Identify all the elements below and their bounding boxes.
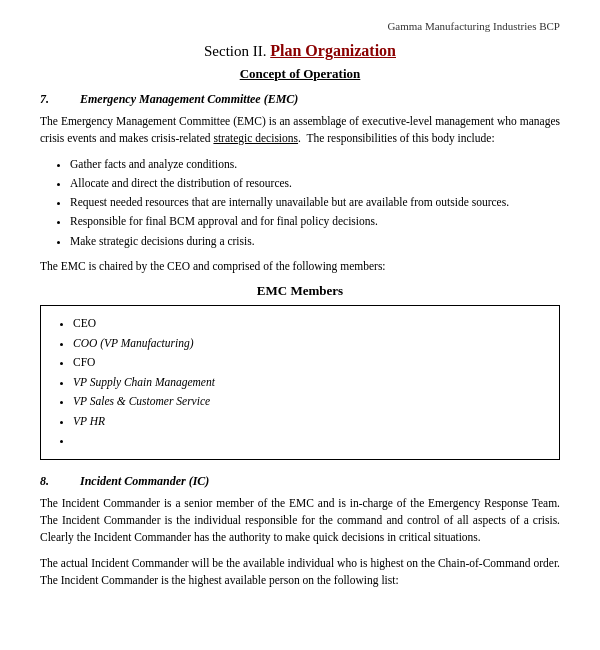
emc-bullet-list: Gather facts and analyze conditions. All… <box>70 156 560 250</box>
concept-title: Concept of Operation <box>40 66 560 82</box>
item8-number: 8. <box>40 474 60 489</box>
emc-chaired-text: The EMC is chaired by the CEO and compri… <box>40 258 560 275</box>
item7-number: 7. <box>40 92 60 107</box>
emc-bullet-1: Gather facts and analyze conditions. <box>70 156 560 173</box>
item7-heading: 7. Emergency Management Committee (EMC) <box>40 92 560 107</box>
emc-member-ceo: CEO <box>73 314 547 334</box>
emc-intro-text: The Emergency Management Committee (EMC)… <box>40 113 560 148</box>
emc-members-title: EMC Members <box>40 283 560 299</box>
item8-title: Incident Commander (IC) <box>80 474 209 489</box>
emc-bullet-3: Request needed resources that are intern… <box>70 194 560 211</box>
item7-title: Emergency Management Committee (EMC) <box>80 92 298 107</box>
section-title: Section II. Plan Organization <box>40 42 560 60</box>
emc-member-vp-hr: VP HR <box>73 412 547 432</box>
ic-para2: The actual Incident Commander will be th… <box>40 555 560 590</box>
item8-heading: 8. Incident Commander (IC) <box>40 474 560 489</box>
page: Gamma Manufacturing Industries BCP Secti… <box>0 0 600 650</box>
emc-members-box: CEO COO (VP Manufacturing) CFO VP Supply… <box>40 305 560 460</box>
emc-member-coo: COO (VP Manufacturing) <box>73 334 547 354</box>
emc-bullet-5: Make strategic decisions during a crisis… <box>70 233 560 250</box>
ic-para1: The Incident Commander is a senior membe… <box>40 495 560 547</box>
emc-member-vp-sales: VP Sales & Customer Service <box>73 392 547 412</box>
company-name: Gamma Manufacturing Industries BCP <box>387 20 560 32</box>
emc-bullet-4: Responsible for final BCM approval and f… <box>70 213 560 230</box>
emc-member-vp-supply: VP Supply Chain Management <box>73 373 547 393</box>
emc-members-list: CEO COO (VP Manufacturing) CFO VP Supply… <box>73 314 547 451</box>
emc-member-cfo: CFO <box>73 353 547 373</box>
section-number: Section II. <box>204 43 266 59</box>
strategic-decisions-link: strategic decisions <box>213 132 298 144</box>
section-name: Plan Organization <box>270 42 396 59</box>
company-header: Gamma Manufacturing Industries BCP <box>40 20 560 32</box>
emc-bullet-2: Allocate and direct the distribution of … <box>70 175 560 192</box>
emc-member-empty <box>73 431 547 451</box>
